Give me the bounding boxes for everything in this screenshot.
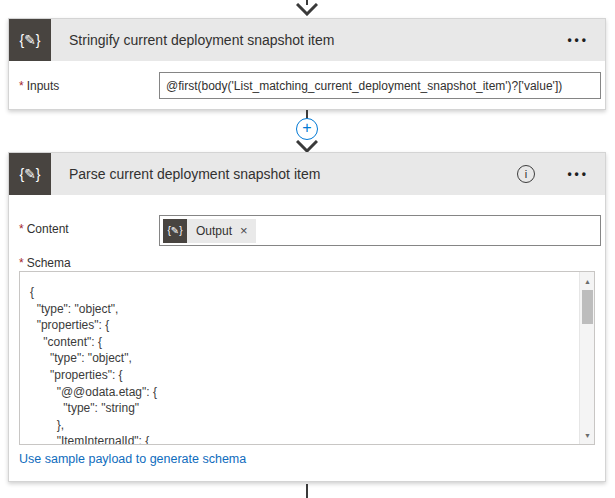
more-menu-button[interactable]: ••• — [567, 19, 589, 61]
required-mark: * — [19, 256, 24, 270]
inputs-expression-field[interactable] — [159, 72, 601, 99]
output-token-chip[interactable]: {✎} Output × — [163, 219, 256, 243]
plus-icon: + — [302, 120, 311, 136]
scrollbar-thumb[interactable] — [582, 290, 593, 324]
schema-label: *Schema — [19, 256, 71, 270]
braces-pencil-glyph: {✎} — [167, 225, 182, 236]
content-label-text: Content — [27, 222, 69, 236]
more-menu-button[interactable]: ••• — [567, 153, 589, 195]
scroll-up-icon[interactable]: ▲ — [580, 274, 595, 288]
action-card-parse: {✎} Parse current deployment snapshot it… — [8, 152, 606, 482]
required-mark: * — [19, 222, 24, 236]
schema-label-text: Schema — [27, 256, 71, 270]
content-field[interactable]: {✎} Output × — [159, 215, 601, 246]
arrow-down-icon — [296, 3, 318, 16]
card-title: Stringify current deployment snapshot it… — [69, 32, 334, 48]
card-header-parse[interactable]: {✎} Parse current deployment snapshot it… — [9, 153, 605, 195]
content-label: *Content — [19, 222, 69, 236]
card-title: Parse current deployment snapshot item — [69, 166, 320, 182]
token-label: Output — [187, 224, 238, 238]
action-card-stringify: {✎} Stringify current deployment snapsho… — [8, 18, 606, 110]
schema-json-text[interactable]: { "type": "object", "properties": { "con… — [20, 272, 594, 445]
braces-pencil-glyph: {✎} — [19, 166, 40, 182]
schema-scrollbar[interactable]: ▲ ▼ — [579, 272, 594, 444]
braces-pencil-glyph: {✎} — [19, 32, 40, 48]
inputs-label: *Inputs — [19, 79, 59, 93]
card-body: *Content {✎} Output × *Schema { "type": … — [9, 195, 605, 482]
required-mark: * — [19, 79, 24, 93]
braces-pencil-icon: {✎} — [163, 219, 187, 243]
schema-editor[interactable]: { "type": "object", "properties": { "con… — [19, 271, 595, 445]
card-body: *Inputs — [9, 61, 605, 110]
connector-line-bottom — [306, 484, 308, 498]
generate-schema-link[interactable]: Use sample payload to generate schema — [19, 452, 246, 466]
inputs-label-text: Inputs — [27, 79, 60, 93]
flow-designer-canvas: { "colors": { "accent_blue": "#0078d4", … — [0, 0, 615, 498]
scroll-down-icon[interactable]: ▼ — [580, 428, 595, 442]
card-header-stringify[interactable]: {✎} Stringify current deployment snapsho… — [9, 19, 605, 61]
info-icon[interactable]: i — [517, 165, 535, 183]
insert-step-button[interactable]: + — [296, 118, 318, 140]
data-operation-icon: {✎} — [9, 19, 51, 61]
remove-token-icon[interactable]: × — [238, 223, 256, 238]
data-operation-icon: {✎} — [9, 153, 51, 195]
